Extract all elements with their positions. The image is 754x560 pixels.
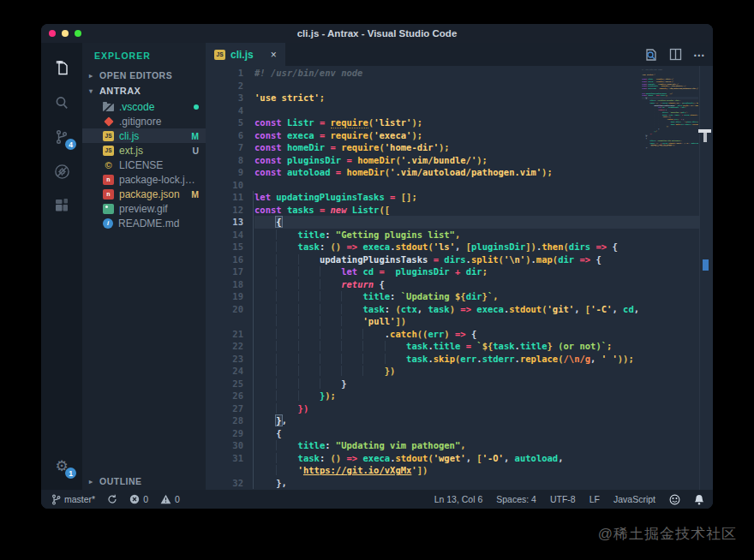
explorer-activity-button[interactable] — [41, 51, 82, 86]
git-branch-status[interactable]: master* — [51, 494, 95, 505]
file-label: package-lock.json — [119, 174, 199, 186]
file-.gitignore[interactable]: .gitignore — [82, 114, 206, 128]
git-status-badge: M — [191, 189, 199, 200]
js-file-icon: JS — [214, 50, 225, 60]
minimap[interactable]: #! /usr/bin/env node'use strict';const L… — [642, 69, 698, 158]
file-label: cli.js — [119, 130, 186, 142]
file-ext.js[interactable]: JSext.jsU — [82, 143, 206, 158]
code-line-30[interactable]: 30 title: "Updating vim pathogen", — [206, 439, 699, 452]
code-line-16[interactable]: 16 updatingPluginsTasks = dirs.split('\n… — [206, 253, 699, 266]
source-control-activity-button[interactable]: 4 — [41, 120, 82, 154]
project-section-antrax[interactable]: ▾ ANTRAX — [82, 83, 206, 98]
line-number: 6 — [206, 129, 254, 142]
code-line-1[interactable]: 1#! /usr/bin/env node — [206, 67, 699, 80]
folder-vscode-icon — [103, 104, 114, 111]
code-line-5[interactable]: 5const Listr = require('listr'); — [206, 116, 699, 129]
line-number: 21 — [206, 328, 254, 341]
code-line-21[interactable]: 21 .catch((err) => { — [206, 328, 699, 341]
code-line-32[interactable]: 32 }, — [206, 477, 699, 490]
language-mode-status[interactable]: JavaScript — [613, 494, 655, 504]
npm-icon: n — [103, 189, 114, 200]
more-actions-icon[interactable]: ⋯ — [693, 48, 706, 62]
file-label: preview.gif — [119, 203, 199, 215]
code-line-29[interactable]: 29 { — [206, 427, 699, 440]
code-line-14[interactable]: 14 title: "Getting plugins list", — [206, 229, 699, 241]
titlebar[interactable]: cli.js - Antrax - Visual Studio Code — [41, 24, 713, 43]
code-line-7[interactable]: 7const homeDir = require('home-dir'); — [206, 141, 699, 154]
eol-status[interactable]: LF — [589, 494, 600, 504]
file-cli.js[interactable]: JScli.jsM — [82, 128, 206, 143]
watermark: @稀土掘金技术社区 — [598, 524, 737, 544]
image-icon — [103, 204, 114, 214]
line-number: 5 — [206, 116, 254, 129]
line-number: 3 — [206, 92, 254, 104]
code-line-11[interactable]: 11let updatingPluginsTasks = []; — [206, 191, 699, 204]
code-line-3[interactable]: 3'use strict'; — [206, 92, 699, 104]
warning-icon — [160, 494, 171, 504]
file-.vscode[interactable]: .vscode — [82, 99, 206, 114]
open-editors-section[interactable]: ▸ OPEN EDITORS — [82, 68, 206, 83]
code-line-31[interactable]: 31 task: () => execa.stdout('wget', ['-O… — [206, 452, 699, 465]
explorer-sidebar: EXPLORER ▸ OPEN EDITORS ▾ ANTRAX .vscode… — [82, 43, 206, 490]
line-number: 19 — [206, 290, 254, 303]
indentation-status[interactable]: Spaces: 4 — [496, 494, 536, 504]
chevron-right-icon: ▸ — [89, 72, 96, 80]
sync-status[interactable] — [107, 494, 117, 504]
editor-group: JS cli.js × ⋯ — [206, 43, 713, 490]
js-icon: JS — [103, 131, 114, 141]
code-line-24[interactable]: 24 }) — [206, 365, 699, 378]
code-line-20[interactable]: 20 task: (ctx, task) => execa.stdout('gi… — [206, 303, 699, 316]
code-line-2[interactable]: 2 — [206, 80, 699, 92]
line-number — [206, 315, 254, 328]
code-editor[interactable]: 1#! /usr/bin/env node23'use strict';45co… — [206, 66, 713, 490]
encoding-status[interactable]: UTF-8 — [550, 494, 576, 504]
code-line-17[interactable]: 17 let cd = pluginsDir + dir; — [206, 265, 699, 278]
overview-ruler-cursor-marker — [703, 259, 709, 271]
open-changes-icon[interactable] — [644, 48, 658, 62]
code-line-15[interactable]: 15 task: () => execa.stdout('ls', [plugi… — [206, 241, 699, 253]
errors-status[interactable]: 0 — [129, 494, 148, 504]
code-line-19[interactable]: 19 title: `Updating ${dir}`, — [206, 290, 699, 303]
code-line-12[interactable]: 12const tasks = new Listr([ — [206, 204, 699, 217]
notifications-bell[interactable] — [694, 494, 704, 505]
code-line-23[interactable]: 23 task.skip(err.stderr.replace(/\n/g, '… — [206, 353, 699, 366]
branch-icon — [51, 494, 61, 505]
code-line-27[interactable]: 27 }) — [206, 402, 699, 415]
code-line-28[interactable]: 28 }, — [206, 414, 699, 427]
file-LICENSE[interactable]: ©LICENSE — [82, 158, 206, 172]
file-README.md[interactable]: iREADME.md — [82, 216, 206, 230]
code-line-10[interactable]: 10 — [206, 179, 699, 192]
code-line-25[interactable]: 25 } — [206, 378, 699, 390]
file-label: .gitignore — [119, 116, 199, 128]
debug-activity-button[interactable] — [41, 154, 82, 188]
code-line-wrap[interactable]: 'https://git.io/vXgMx']) — [206, 464, 699, 477]
code-line-wrap[interactable]: 'pull']) — [206, 315, 699, 328]
search-activity-button[interactable] — [41, 86, 82, 120]
code-line-4[interactable]: 4 — [206, 104, 699, 117]
line-number: 31 — [206, 452, 254, 465]
settings-gear-button[interactable]: ⚙ 1 — [41, 449, 82, 483]
feedback-smiley[interactable] — [669, 494, 680, 505]
cursor-position-status[interactable]: Ln 13, Col 6 — [434, 494, 483, 504]
line-number: 11 — [206, 191, 254, 204]
warnings-status[interactable]: 0 — [160, 494, 180, 504]
close-tab-icon[interactable]: × — [271, 49, 277, 61]
outline-section[interactable]: ▸ OUTLINE — [82, 474, 206, 490]
code-line-9[interactable]: 9const autoload = homeDir('.vim/autoload… — [206, 166, 699, 179]
code-line-26[interactable]: 26 }); — [206, 390, 699, 402]
modified-dot-badge — [194, 104, 199, 110]
code-line-6[interactable]: 6const execa = require('execa'); — [206, 129, 699, 142]
tab-cli-js[interactable]: JS cli.js × — [206, 43, 285, 66]
line-number: 32 — [206, 477, 254, 490]
extensions-activity-button[interactable] — [41, 188, 82, 223]
code-line-13[interactable]: 13 { — [206, 216, 699, 229]
activity-bar: 4 ⚙ 1 — [41, 43, 82, 490]
split-editor-icon[interactable] — [669, 48, 682, 61]
code-line-22[interactable]: 22 task.title = `${task.title} (or not)`… — [206, 340, 699, 353]
code-line-18[interactable]: 18 return { — [206, 278, 699, 291]
file-package-lock.json[interactable]: npackage-lock.json — [82, 172, 206, 187]
file-package.json[interactable]: npackage.jsonM — [82, 187, 206, 201]
file-preview.gif[interactable]: preview.gif — [82, 201, 206, 216]
code-line-8[interactable]: 8const pluginsDir = homeDir('.vim/bundle… — [206, 154, 699, 167]
file-label: package.json — [119, 188, 186, 200]
